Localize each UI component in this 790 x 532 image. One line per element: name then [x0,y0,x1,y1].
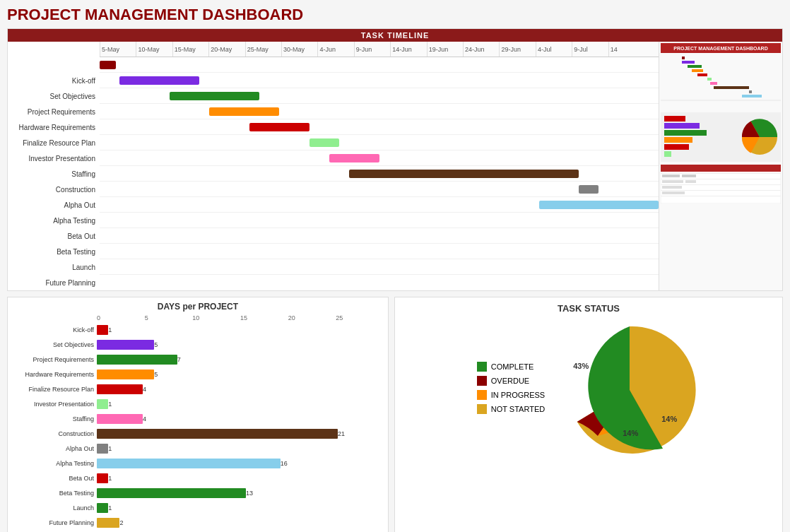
bar-label: Construction [12,430,97,437]
bar-value: 4 [143,414,146,424]
svg-rect-25 [661,190,781,191]
task-label-staffing: Staffing [8,166,100,182]
bar-fill [97,399,108,409]
date-9jun: 9-Jun [354,42,390,57]
svg-rect-10 [742,95,762,97]
pie-label-43: 43% [573,362,589,370]
date-9jul: 9-Jul [572,42,608,57]
timeline-row [100,57,659,73]
svg-rect-16 [664,137,692,143]
task-label-alphatesting: Alpha Testing [8,213,100,228]
days-section: DAYS per PROJECT 0 5 10 15 20 25 Kick-of… [7,297,389,532]
svg-rect-6 [707,78,712,81]
timeline-bar [100,61,116,69]
bar-row: Set Objectives5 [12,338,384,352]
svg-rect-29 [662,180,683,183]
bar-label: Staffing [12,415,97,422]
bar-value: 1 [108,325,112,335]
timeline-bar [329,154,379,162]
bar-value: 1 [108,444,112,454]
bar-value: 4 [143,384,146,394]
bar-fill [97,518,119,528]
bar-track: 1 [97,503,384,513]
task-label-construction: Construction [8,182,100,197]
bar-label: Kick-off [12,326,97,333]
date-25may: 25-May [245,42,281,57]
timeline-row [100,259,659,275]
timeline-row [100,182,659,197]
bar-row: Project Requirements7 [12,353,384,367]
bar-row: Investor Presentation1 [12,397,384,411]
bar-track: 4 [97,414,384,424]
bar-fill [97,384,143,394]
legend-inprogress: IN PROGRESS [477,390,545,400]
bar-track: 1 [97,399,384,409]
svg-rect-4 [692,69,703,72]
svg-rect-2 [682,61,695,64]
task-label-launch: Launch [8,259,100,275]
bar-row: Finalize Resource Plan4 [12,382,384,396]
bar-value: 1 [108,473,112,483]
task-label-finalize: Finalize Resource Plan [8,135,100,150]
svg-rect-15 [664,130,707,136]
bar-chart-area: Kick-off1Set Objectives5Project Requirem… [12,323,384,530]
bar-track: 1 [97,325,384,335]
bar-label: Future Planning [12,519,97,526]
legend-color-inprogress [477,390,487,400]
bar-track: 4 [97,384,384,394]
svg-rect-13 [664,116,685,122]
legend-label-notstarted: NOT STARTED [491,405,545,413]
task-label-kickoff: Kick-off [8,73,100,88]
page-title: PROJECT MANAGEMENT DASHBOARD [7,6,783,24]
legend-color-overdue [477,376,487,386]
legend-label-inprogress: IN PROGRESS [491,391,545,399]
task-label-betaout: Beta Out [8,228,100,244]
date-14: 14 [608,42,631,57]
svg-rect-0 [661,53,781,110]
thumb-gantt-svg [661,53,781,110]
bar-row: Future Planning2 [12,516,384,530]
svg-rect-14 [664,123,700,129]
bar-row: Alpha Testing16 [12,456,384,471]
bar-fill [97,444,108,454]
timeline-bar [209,107,279,116]
timeline-row [100,73,659,88]
pie-container: 43% 14% 14% [559,319,700,461]
bar-value: 5 [154,340,158,350]
axis-5: 5 [145,314,193,321]
timeline-bar [309,138,339,147]
axis-20: 20 [288,314,336,321]
task-label-projreq: Project Requirements [8,104,100,119]
task-label-betatesting: Beta Testing [8,244,100,259]
bar-row: Construction21 [12,427,384,441]
bar-track: 5 [97,370,384,379]
timeline-row [100,166,659,182]
bar-track: 1 [97,473,384,483]
pie-label-14-red: 14% [661,415,677,423]
axis-10: 10 [192,314,240,321]
svg-rect-32 [662,191,685,194]
task-label-setobjectives: Set Objectives [8,88,100,104]
svg-rect-5 [697,73,707,76]
bar-fill [97,414,143,424]
date-30may: 30-May [281,42,317,57]
bar-fill [97,325,108,335]
legend-label-complete: COMPLETE [491,362,534,371]
timeline-row [100,119,659,135]
axis-25: 25 [336,314,384,321]
bar-fill [97,473,108,483]
bar-value: 5 [154,370,158,379]
timeline-rows [100,57,659,275]
svg-rect-24 [661,184,781,185]
timeline-row [100,228,659,244]
timeline-bar [349,170,579,178]
bar-label: Project Requirements [12,356,97,363]
bar-value: 1 [108,503,112,513]
date-24jun: 24-Jun [463,42,499,57]
date-4jun: 4-Jun [317,42,353,57]
svg-rect-22 [661,173,781,174]
date-14jun: 14-Jun [390,42,426,57]
status-title: TASK STATUS [558,303,620,314]
bar-label: Beta Out [12,475,97,482]
bar-track: 13 [97,488,384,498]
